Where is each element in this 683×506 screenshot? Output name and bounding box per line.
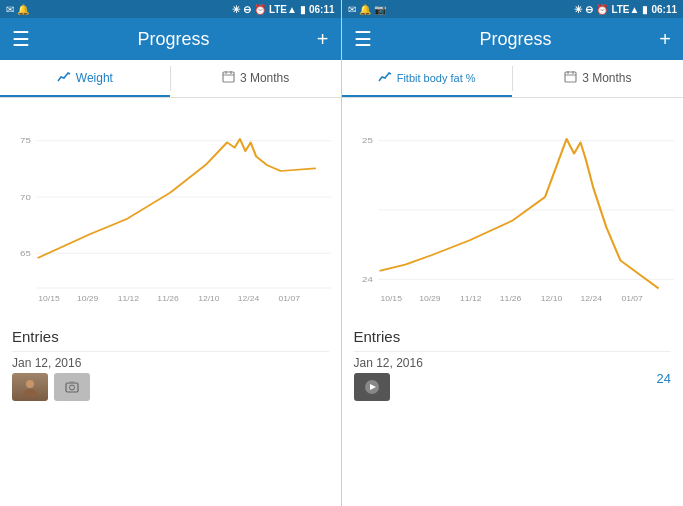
chart-svg-left: 75 70 65 10/15 10/29 11/12 11/26 12/10 1… — [4, 106, 337, 314]
svg-text:10/15: 10/15 — [380, 295, 402, 303]
status-right-icons: ✳ ⊖ ⏰ LTE▲ ▮ 06:11 — [232, 4, 335, 15]
entries-section-right: Entries Jan 12, 2016 24 — [342, 318, 684, 411]
svg-text:12/10: 12/10 — [198, 295, 220, 303]
entry-thumb-left — [12, 373, 48, 401]
right-panel: ✉ 🔔 📷 ✳ ⊖ ⏰ LTE▲ ▮ 06:11 ☰ Progress + Fi… — [342, 0, 684, 506]
chart-icon-right — [378, 69, 392, 86]
signal-icon: LTE▲ — [269, 4, 297, 15]
status-right-left-icons: ✉ 🔔 📷 — [348, 4, 386, 15]
chart-area-left: 75 70 65 10/15 10/29 11/12 11/26 12/10 1… — [0, 98, 341, 318]
svg-text:10/29: 10/29 — [419, 295, 440, 303]
mail-icon: ✉ — [6, 4, 14, 15]
bluetooth-icon-right: ✳ — [574, 4, 582, 15]
battery-icon-right: ▮ — [642, 4, 648, 15]
menu-button-left[interactable]: ☰ — [12, 27, 30, 51]
svg-point-21 — [70, 385, 75, 390]
status-right-right-icons: ✳ ⊖ ⏰ LTE▲ ▮ 06:11 — [574, 4, 677, 15]
tab-bodyfat-label: Fitbit body fat % — [397, 72, 476, 84]
chart-icon-left — [57, 69, 71, 86]
svg-rect-20 — [66, 383, 78, 392]
svg-rect-23 — [565, 72, 576, 82]
entry-date-right-0: Jan 12, 2016 — [354, 356, 423, 370]
svg-text:24: 24 — [362, 275, 373, 284]
tab-period-left[interactable]: 3 Months — [171, 60, 341, 97]
calendar-icon-right — [564, 70, 577, 86]
svg-text:10/15: 10/15 — [38, 295, 60, 303]
svg-rect-0 — [223, 72, 234, 82]
minus-icon: ⊖ — [243, 4, 251, 15]
svg-text:70: 70 — [20, 192, 31, 201]
alarm-icon-right: ⏰ — [596, 4, 608, 15]
svg-rect-22 — [70, 382, 75, 384]
entry-value-right-0: 24 — [657, 371, 671, 386]
entry-thumb-right — [354, 373, 390, 401]
entry-photo-left — [12, 373, 48, 401]
entries-title-left: Entries — [12, 328, 329, 345]
svg-text:11/26: 11/26 — [157, 295, 178, 303]
svg-text:75: 75 — [20, 136, 31, 145]
svg-text:12/24: 12/24 — [238, 295, 260, 303]
chart-area-right: 25 24 10/15 10/29 11/12 11/26 12/10 12/2… — [342, 98, 684, 318]
svg-point-18 — [26, 380, 34, 388]
battery-icon: ▮ — [300, 4, 306, 15]
svg-text:10/29: 10/29 — [77, 295, 98, 303]
svg-text:11/12: 11/12 — [118, 295, 139, 303]
entry-item-right-0: Jan 12, 2016 24 — [354, 351, 672, 405]
status-left-icons: ✉ 🔔 — [6, 4, 29, 15]
time-right: 06:11 — [651, 4, 677, 15]
tab-bar-right: Fitbit body fat % 3 Months — [342, 60, 684, 98]
svg-text:25: 25 — [362, 136, 373, 145]
svg-text:12/24: 12/24 — [580, 295, 602, 303]
app-title-right: Progress — [479, 29, 551, 50]
menu-button-right[interactable]: ☰ — [354, 27, 372, 51]
chart-svg-right: 25 24 10/15 10/29 11/12 11/26 12/10 12/2… — [346, 106, 680, 314]
time-left: 06:11 — [309, 4, 335, 15]
play-icon — [364, 379, 380, 395]
tab-period-right[interactable]: 3 Months — [513, 60, 683, 97]
tab-bar-left: Weight 3 Months — [0, 60, 341, 98]
calendar-icon-left — [222, 70, 235, 85]
tab-period-left-label: 3 Months — [240, 71, 289, 85]
signal-icon-right: LTE▲ — [611, 4, 639, 15]
entry-date-left-0: Jan 12, 2016 — [12, 356, 90, 370]
left-panel: ✉ 🔔 ✳ ⊖ ⏰ LTE▲ ▮ 06:11 ☰ Progress + Weig… — [0, 0, 342, 506]
add-button-left[interactable]: + — [317, 28, 329, 51]
bluetooth-icon: ✳ — [232, 4, 240, 15]
minus-icon-right: ⊖ — [585, 4, 593, 15]
svg-text:01/07: 01/07 — [279, 295, 300, 303]
status-bar-right: ✉ 🔔 📷 ✳ ⊖ ⏰ LTE▲ ▮ 06:11 — [342, 0, 684, 18]
svg-text:11/26: 11/26 — [499, 295, 520, 303]
svg-point-19 — [23, 389, 37, 397]
tab-bodyfat[interactable]: Fitbit body fat % — [342, 60, 512, 97]
mail-icon-right: ✉ — [348, 4, 356, 15]
notification-icon-right: 🔔 — [359, 4, 371, 15]
svg-text:12/10: 12/10 — [540, 295, 562, 303]
add-button-right[interactable]: + — [659, 28, 671, 51]
svg-text:01/07: 01/07 — [621, 295, 642, 303]
tab-weight[interactable]: Weight — [0, 60, 170, 97]
svg-text:11/12: 11/12 — [460, 295, 481, 303]
tab-weight-label: Weight — [76, 71, 113, 85]
tab-period-right-label: 3 Months — [582, 71, 631, 85]
camera-icon-status-right: 📷 — [374, 4, 386, 15]
entries-section-left: Entries Jan 12, 2016 — [0, 318, 341, 411]
entry-thumb-camera-left — [54, 373, 90, 401]
entries-title-right: Entries — [354, 328, 672, 345]
svg-text:65: 65 — [20, 249, 31, 258]
app-title-left: Progress — [137, 29, 209, 50]
app-bar-right: ☰ Progress + — [342, 18, 684, 60]
status-bar-left: ✉ 🔔 ✳ ⊖ ⏰ LTE▲ ▮ 06:11 — [0, 0, 341, 18]
camera-icon-left — [65, 380, 79, 394]
notification-icon: 🔔 — [17, 4, 29, 15]
app-bar-left: ☰ Progress + — [0, 18, 341, 60]
entry-item-left-0: Jan 12, 2016 — [12, 351, 329, 405]
alarm-icon: ⏰ — [254, 4, 266, 15]
